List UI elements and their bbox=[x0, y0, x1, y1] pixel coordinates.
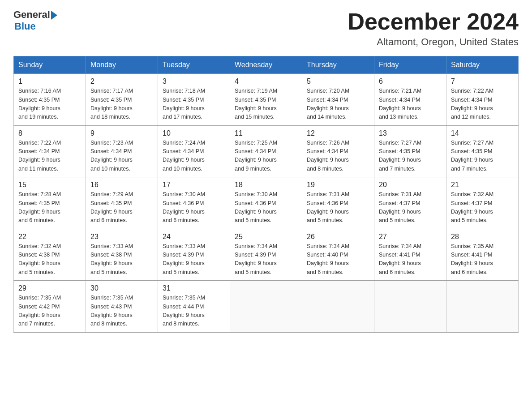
day-number: 15 bbox=[18, 181, 81, 189]
calendar-week-row: 1Sunrise: 7:16 AMSunset: 4:35 PMDaylight… bbox=[14, 74, 519, 126]
day-info: Sunrise: 7:17 AMSunset: 4:35 PMDaylight:… bbox=[90, 87, 153, 122]
calendar-cell: 22Sunrise: 7:32 AMSunset: 4:38 PMDayligh… bbox=[14, 229, 86, 281]
calendar-cell: 8Sunrise: 7:22 AMSunset: 4:34 PMDaylight… bbox=[14, 125, 86, 177]
calendar-cell: 3Sunrise: 7:18 AMSunset: 4:35 PMDaylight… bbox=[158, 74, 230, 126]
day-number: 31 bbox=[163, 284, 225, 292]
logo-blue: Blue bbox=[14, 21, 36, 32]
day-number: 27 bbox=[379, 233, 442, 241]
day-info: Sunrise: 7:19 AMSunset: 4:35 PMDaylight:… bbox=[235, 87, 297, 122]
calendar-cell bbox=[374, 281, 446, 333]
day-info: Sunrise: 7:18 AMSunset: 4:35 PMDaylight:… bbox=[163, 87, 225, 122]
day-number: 12 bbox=[307, 129, 369, 137]
day-info: Sunrise: 7:33 AMSunset: 4:38 PMDaylight:… bbox=[90, 242, 153, 277]
day-number: 14 bbox=[451, 129, 514, 137]
calendar-header-row: SundayMondayTuesdayWednesdayThursdayFrid… bbox=[14, 56, 519, 74]
day-number: 30 bbox=[90, 284, 153, 292]
day-number: 24 bbox=[163, 233, 225, 241]
day-info: Sunrise: 7:22 AMSunset: 4:34 PMDaylight:… bbox=[451, 87, 514, 122]
calendar-week-row: 8Sunrise: 7:22 AMSunset: 4:34 PMDaylight… bbox=[14, 125, 519, 177]
calendar-cell: 27Sunrise: 7:34 AMSunset: 4:41 PMDayligh… bbox=[374, 229, 446, 281]
day-number: 19 bbox=[307, 181, 369, 189]
calendar-cell: 4Sunrise: 7:19 AMSunset: 4:35 PMDaylight… bbox=[230, 74, 302, 126]
day-info: Sunrise: 7:24 AMSunset: 4:34 PMDaylight:… bbox=[163, 139, 225, 174]
calendar-week-row: 29Sunrise: 7:35 AMSunset: 4:42 PMDayligh… bbox=[14, 281, 519, 333]
day-info: Sunrise: 7:30 AMSunset: 4:36 PMDaylight:… bbox=[235, 190, 297, 225]
day-number: 26 bbox=[307, 233, 369, 241]
calendar-cell: 5Sunrise: 7:20 AMSunset: 4:34 PMDaylight… bbox=[302, 74, 374, 126]
col-header-monday: Monday bbox=[86, 56, 158, 74]
calendar-cell: 30Sunrise: 7:35 AMSunset: 4:43 PMDayligh… bbox=[86, 281, 158, 333]
day-number: 17 bbox=[163, 181, 225, 189]
day-number: 28 bbox=[451, 233, 514, 241]
day-info: Sunrise: 7:33 AMSunset: 4:39 PMDaylight:… bbox=[163, 242, 225, 277]
day-info: Sunrise: 7:32 AMSunset: 4:38 PMDaylight:… bbox=[18, 242, 81, 277]
col-header-tuesday: Tuesday bbox=[158, 56, 230, 74]
title-block: December 2024 Altamont, Oregon, United S… bbox=[348, 9, 519, 48]
col-header-saturday: Saturday bbox=[446, 56, 519, 74]
calendar-cell: 7Sunrise: 7:22 AMSunset: 4:34 PMDaylight… bbox=[446, 74, 519, 126]
day-info: Sunrise: 7:29 AMSunset: 4:35 PMDaylight:… bbox=[90, 190, 153, 225]
calendar-cell: 23Sunrise: 7:33 AMSunset: 4:38 PMDayligh… bbox=[86, 229, 158, 281]
col-header-sunday: Sunday bbox=[14, 56, 86, 74]
day-info: Sunrise: 7:35 AMSunset: 4:42 PMDaylight:… bbox=[18, 294, 81, 329]
day-info: Sunrise: 7:27 AMSunset: 4:35 PMDaylight:… bbox=[451, 139, 514, 174]
calendar-cell: 25Sunrise: 7:34 AMSunset: 4:39 PMDayligh… bbox=[230, 229, 302, 281]
day-number: 16 bbox=[90, 181, 153, 189]
day-info: Sunrise: 7:22 AMSunset: 4:34 PMDaylight:… bbox=[18, 139, 81, 174]
day-number: 25 bbox=[235, 233, 297, 241]
day-number: 20 bbox=[379, 181, 442, 189]
day-number: 6 bbox=[379, 77, 442, 86]
day-info: Sunrise: 7:34 AMSunset: 4:40 PMDaylight:… bbox=[307, 242, 369, 277]
day-info: Sunrise: 7:35 AMSunset: 4:43 PMDaylight:… bbox=[90, 294, 153, 329]
day-number: 13 bbox=[379, 129, 442, 137]
calendar-cell: 10Sunrise: 7:24 AMSunset: 4:34 PMDayligh… bbox=[158, 125, 230, 177]
calendar-cell: 17Sunrise: 7:30 AMSunset: 4:36 PMDayligh… bbox=[158, 177, 230, 229]
col-header-wednesday: Wednesday bbox=[230, 56, 302, 74]
calendar-cell: 2Sunrise: 7:17 AMSunset: 4:35 PMDaylight… bbox=[86, 74, 158, 126]
day-info: Sunrise: 7:32 AMSunset: 4:37 PMDaylight:… bbox=[451, 190, 514, 225]
day-info: Sunrise: 7:30 AMSunset: 4:36 PMDaylight:… bbox=[163, 190, 225, 225]
day-info: Sunrise: 7:23 AMSunset: 4:34 PMDaylight:… bbox=[90, 139, 153, 174]
calendar-cell bbox=[230, 281, 302, 333]
day-number: 7 bbox=[451, 77, 514, 86]
day-number: 11 bbox=[235, 129, 297, 137]
day-info: Sunrise: 7:20 AMSunset: 4:34 PMDaylight:… bbox=[307, 87, 369, 122]
calendar-cell: 13Sunrise: 7:27 AMSunset: 4:35 PMDayligh… bbox=[374, 125, 446, 177]
day-info: Sunrise: 7:27 AMSunset: 4:35 PMDaylight:… bbox=[379, 139, 442, 174]
day-info: Sunrise: 7:28 AMSunset: 4:35 PMDaylight:… bbox=[18, 190, 81, 225]
calendar-cell: 18Sunrise: 7:30 AMSunset: 4:36 PMDayligh… bbox=[230, 177, 302, 229]
day-info: Sunrise: 7:31 AMSunset: 4:37 PMDaylight:… bbox=[379, 190, 442, 225]
day-number: 8 bbox=[18, 129, 81, 137]
day-number: 29 bbox=[18, 284, 81, 292]
calendar-cell: 29Sunrise: 7:35 AMSunset: 4:42 PMDayligh… bbox=[14, 281, 86, 333]
day-info: Sunrise: 7:25 AMSunset: 4:34 PMDaylight:… bbox=[235, 139, 297, 174]
calendar-cell: 12Sunrise: 7:26 AMSunset: 4:34 PMDayligh… bbox=[302, 125, 374, 177]
calendar-cell: 1Sunrise: 7:16 AMSunset: 4:35 PMDaylight… bbox=[14, 74, 86, 126]
day-number: 4 bbox=[235, 77, 297, 86]
calendar-subtitle: Altamont, Oregon, United States bbox=[348, 36, 519, 48]
calendar-week-row: 15Sunrise: 7:28 AMSunset: 4:35 PMDayligh… bbox=[14, 177, 519, 229]
day-info: Sunrise: 7:26 AMSunset: 4:34 PMDaylight:… bbox=[307, 139, 369, 174]
col-header-thursday: Thursday bbox=[302, 56, 374, 74]
calendar-cell: 26Sunrise: 7:34 AMSunset: 4:40 PMDayligh… bbox=[302, 229, 374, 281]
day-number: 23 bbox=[90, 233, 153, 241]
day-number: 10 bbox=[163, 129, 225, 137]
calendar-cell: 14Sunrise: 7:27 AMSunset: 4:35 PMDayligh… bbox=[446, 125, 519, 177]
day-number: 18 bbox=[235, 181, 297, 189]
day-info: Sunrise: 7:35 AMSunset: 4:41 PMDaylight:… bbox=[451, 242, 514, 277]
calendar-cell: 31Sunrise: 7:35 AMSunset: 4:44 PMDayligh… bbox=[158, 281, 230, 333]
calendar-cell: 9Sunrise: 7:23 AMSunset: 4:34 PMDaylight… bbox=[86, 125, 158, 177]
day-number: 5 bbox=[307, 77, 369, 86]
day-number: 3 bbox=[163, 77, 225, 86]
calendar-cell bbox=[446, 281, 519, 333]
day-number: 22 bbox=[18, 233, 81, 241]
logo-arrow-icon bbox=[51, 11, 57, 20]
day-number: 9 bbox=[90, 129, 153, 137]
col-header-friday: Friday bbox=[374, 56, 446, 74]
day-info: Sunrise: 7:21 AMSunset: 4:34 PMDaylight:… bbox=[379, 87, 442, 122]
day-info: Sunrise: 7:34 AMSunset: 4:41 PMDaylight:… bbox=[379, 242, 442, 277]
calendar-week-row: 22Sunrise: 7:32 AMSunset: 4:38 PMDayligh… bbox=[14, 229, 519, 281]
calendar-cell: 21Sunrise: 7:32 AMSunset: 4:37 PMDayligh… bbox=[446, 177, 519, 229]
day-info: Sunrise: 7:16 AMSunset: 4:35 PMDaylight:… bbox=[18, 87, 81, 122]
calendar-cell: 28Sunrise: 7:35 AMSunset: 4:41 PMDayligh… bbox=[446, 229, 519, 281]
